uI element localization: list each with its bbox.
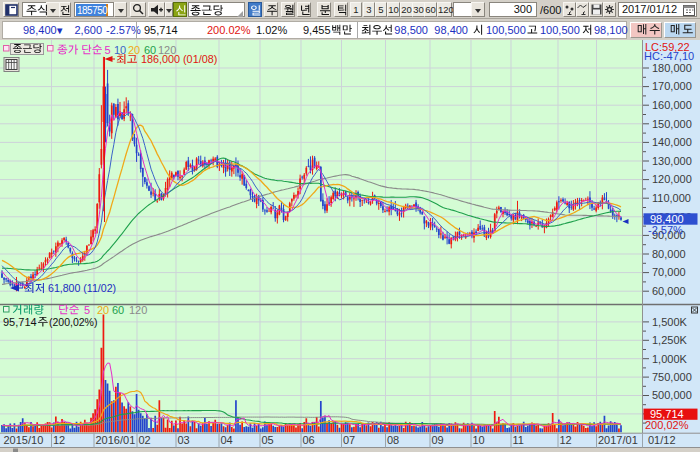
svg-text:70,000: 70,000: [652, 266, 686, 278]
svg-text:2015/10: 2015/10: [4, 434, 44, 446]
svg-text:01/12: 01/12: [648, 434, 676, 446]
svg-text:08: 08: [387, 434, 399, 446]
svg-text:140,000: 140,000: [652, 136, 692, 148]
svg-text:170,000: 170,000: [652, 80, 692, 92]
svg-text:10: 10: [114, 44, 126, 56]
svg-text:06: 06: [303, 434, 315, 446]
svg-text:200,02%: 200,02%: [645, 419, 689, 431]
svg-text:HC:-47,10: HC:-47,10: [644, 50, 694, 62]
svg-text:2017/01: 2017/01: [598, 434, 638, 446]
svg-text:05: 05: [262, 434, 274, 446]
svg-text:130,000: 130,000: [652, 155, 692, 167]
svg-text:10: 10: [473, 434, 485, 446]
svg-text:1,250K: 1,250K: [652, 334, 688, 346]
svg-text:80,000: 80,000: [652, 248, 686, 260]
svg-text:60: 60: [144, 44, 156, 56]
svg-text:150,000: 150,000: [652, 118, 692, 130]
svg-text:11: 11: [513, 434, 524, 446]
svg-text:2016/01: 2016/01: [96, 434, 136, 446]
svg-text:02: 02: [139, 434, 151, 446]
svg-text:12: 12: [53, 434, 65, 446]
svg-text:5: 5: [105, 44, 111, 56]
svg-text:20: 20: [97, 304, 109, 316]
svg-text:-2,57%: -2,57%: [648, 224, 683, 236]
svg-text:95,714: 95,714: [650, 408, 684, 420]
svg-text:5: 5: [84, 304, 90, 316]
svg-text:500,000: 500,000: [652, 389, 692, 401]
svg-text:07: 07: [343, 434, 355, 446]
svg-text:12: 12: [560, 434, 572, 446]
svg-text:60,000: 60,000: [652, 285, 686, 297]
svg-text:(200,02%): (200,02%): [49, 316, 97, 328]
svg-text:160,000: 160,000: [652, 99, 692, 111]
svg-text:110,000: 110,000: [652, 192, 691, 204]
svg-text:1,500K: 1,500K: [652, 316, 688, 328]
svg-text:61,800 (11/02): 61,800 (11/02): [48, 282, 116, 294]
svg-text:180,000: 180,000: [652, 62, 692, 74]
svg-text:20: 20: [128, 44, 140, 56]
svg-text:03: 03: [178, 434, 190, 446]
svg-text:04: 04: [221, 434, 233, 446]
svg-text:95,714: 95,714: [3, 316, 37, 328]
svg-text:09: 09: [432, 434, 444, 446]
svg-text:750,000: 750,000: [652, 371, 692, 383]
svg-text:120: 120: [158, 44, 176, 56]
svg-text:120,000: 120,000: [652, 173, 692, 185]
svg-text:120: 120: [129, 304, 147, 316]
svg-text:1,000K: 1,000K: [652, 353, 688, 365]
svg-text:60: 60: [112, 304, 124, 316]
